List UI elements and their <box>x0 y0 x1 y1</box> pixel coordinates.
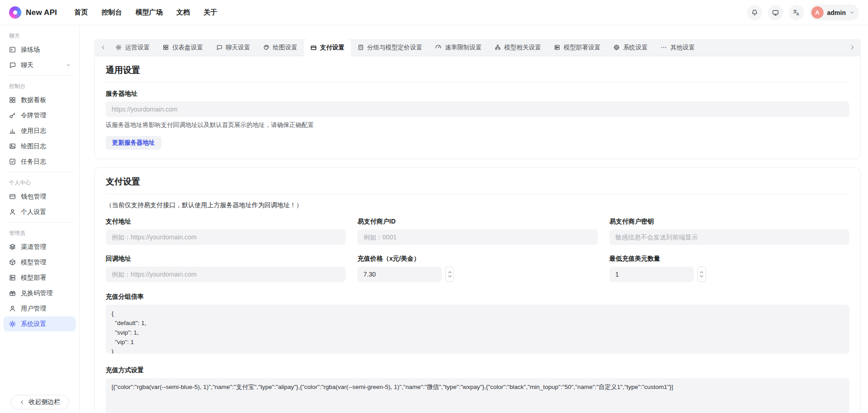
avatar: A <box>811 6 824 19</box>
gift-icon <box>9 289 16 297</box>
merchant-id-input[interactable] <box>357 229 597 245</box>
payment-note: （当前仅支持易支付接口，默认使用上方服务器地址作为回调地址！） <box>106 201 849 209</box>
sidebar-item-redemption[interactable]: 兑换码管理 <box>4 286 76 301</box>
credit-card-icon <box>310 44 317 51</box>
group-ratio-label: 充值分组倍率 <box>106 293 849 301</box>
image-icon <box>9 142 16 150</box>
tab-chat-settings[interactable]: 聊天设置 <box>210 39 257 56</box>
sitemap-icon <box>494 44 501 51</box>
nav-link-model-square[interactable]: 模型广场 <box>136 8 163 17</box>
sidebar-item-usage-logs[interactable]: 使用日志 <box>4 123 76 138</box>
min-topup-input[interactable] <box>610 267 694 282</box>
monitor-icon <box>772 9 779 16</box>
bell-icon <box>751 9 758 16</box>
tab-drawing-settings[interactable]: 绘图设置 <box>257 39 304 56</box>
sidebar-item-users[interactable]: 用户管理 <box>4 301 76 316</box>
min-topup-field: 最低充值美元数量 <box>610 255 849 282</box>
dashboard-grid-icon <box>9 96 16 104</box>
sidebar-item-system-settings[interactable]: 系统设置 <box>4 316 76 331</box>
translate-icon: 文 A <box>793 9 800 16</box>
nav-link-console[interactable]: 控制台 <box>102 8 122 17</box>
wallet-icon <box>9 193 16 200</box>
stepper-up-icon[interactable] <box>448 271 452 273</box>
tab-operation-settings[interactable]: 运营设置 <box>109 39 156 56</box>
topup-methods-label: 充值方式设置 <box>106 366 849 374</box>
merchant-key-field: 易支付商户密钥 <box>610 218 849 245</box>
gear-icon <box>115 44 122 51</box>
sidebar-item-playground[interactable]: 操练场 <box>4 42 76 57</box>
pay-address-input[interactable] <box>106 229 346 245</box>
update-server-address-button[interactable]: 更新服务器地址 <box>106 136 161 150</box>
ellipsis-icon <box>660 44 667 51</box>
sidebar-item-models[interactable]: 模型管理 <box>4 255 76 270</box>
chat-bubble-icon <box>216 44 223 51</box>
cube-icon <box>9 258 16 266</box>
nav-link-home[interactable]: 首页 <box>74 8 88 17</box>
general-settings-title: 通用设置 <box>106 64 849 76</box>
server-address-help: 该服务器地址将影响支付回调地址以及默认首页展示的地址，请确保正确配置 <box>106 121 849 129</box>
tab-system-settings[interactable]: 系统设置 <box>607 39 654 56</box>
sidebar-section-chat: 聊天 <box>4 28 76 42</box>
tab-model-deploy-settings[interactable]: 模型部署设置 <box>547 39 607 56</box>
nav-link-about[interactable]: 关于 <box>204 8 217 17</box>
dashboard-grid-icon <box>162 44 169 51</box>
language-translate-button[interactable]: 文 A <box>789 5 804 20</box>
payment-fields-grid: 支付地址 易支付商户ID 易支付商户密钥 回调地址 充值价格（x元/美金） <box>106 218 849 282</box>
server-address-input[interactable] <box>106 102 849 117</box>
tabs-scroll-left-button[interactable] <box>97 39 109 56</box>
stepper-down-icon[interactable] <box>448 275 452 277</box>
tab-dashboard-settings[interactable]: 仪表盘设置 <box>156 39 210 56</box>
cog-icon <box>613 44 620 51</box>
notifications-button[interactable] <box>747 5 762 20</box>
gauge-icon <box>435 44 442 51</box>
tab-payment-settings[interactable]: 支付设置 <box>304 39 351 56</box>
group-ratio-textarea[interactable]: { "default": 1, "svip": 1, "vip": 1 } <box>106 305 849 354</box>
min-topup-stepper <box>697 267 706 282</box>
collapse-sidebar-button[interactable]: 收起侧边栏 <box>10 395 69 409</box>
sidebar-item-task-logs[interactable]: 任务日志 <box>4 154 76 169</box>
tab-model-related-settings[interactable]: 模型相关设置 <box>488 39 547 56</box>
user-icon <box>9 208 16 216</box>
divider <box>106 194 849 194</box>
sidebar-item-wallet[interactable]: 钱包管理 <box>4 189 76 204</box>
pay-address-label: 支付地址 <box>106 218 346 226</box>
key-icon <box>9 112 16 119</box>
sidebar-item-drawing-logs[interactable]: 绘图日志 <box>4 139 76 154</box>
group-ratio-field: 充值分组倍率 { "default": 1, "svip": 1, "vip":… <box>106 293 849 355</box>
stepper-down-icon[interactable] <box>700 275 703 277</box>
tab-rate-limit-settings[interactable]: 速率限制设置 <box>429 39 488 56</box>
sidebar-section-console: 控制台 <box>4 78 76 92</box>
merchant-key-input[interactable] <box>610 229 849 245</box>
tab-other-settings[interactable]: 其他设置 <box>654 39 701 56</box>
user-icon <box>9 305 16 312</box>
top-navbar: New API 首页 控制台 模型广场 文档 关于 文 A A <box>0 0 868 25</box>
callback-address-input[interactable] <box>106 267 346 282</box>
sidebar-item-channels[interactable]: 渠道管理 <box>4 239 76 254</box>
main-content: 运营设置 仪表盘设置 聊天设置 绘图设置 支付设置 分组与模型定价设置 速率限制… <box>80 25 868 413</box>
chevron-down-icon <box>66 63 71 68</box>
sidebar-item-chat[interactable]: 聊天 <box>4 58 76 73</box>
topup-price-input[interactable] <box>357 267 442 282</box>
playground-icon <box>9 46 16 53</box>
calculator-icon <box>357 44 364 51</box>
topup-methods-field: 充值方式设置 [{"color":"rgba(var(--semi-blue-5… <box>106 366 849 413</box>
sidebar-divider <box>5 172 74 172</box>
pay-address-field: 支付地址 <box>106 218 346 245</box>
topup-methods-textarea[interactable]: [{"color":"rgba(var(--semi-blue-5), 1)",… <box>106 378 849 413</box>
tabs-scroll-right-button[interactable] <box>846 39 858 56</box>
sidebar-item-model-deploy[interactable]: 模型部署 <box>4 270 76 285</box>
sidebar: 聊天 操练场 聊天 控制台 数据看板 令牌管理 使用日志 绘图日志 任务日志 个… <box>0 25 80 413</box>
server-icon <box>554 44 561 51</box>
user-menu[interactable]: A admin <box>809 5 859 20</box>
tab-group-model-pricing-settings[interactable]: 分组与模型定价设置 <box>351 39 429 56</box>
sidebar-item-personal-settings[interactable]: 个人设置 <box>4 204 76 219</box>
app-title: New API <box>26 8 57 17</box>
topup-price-label: 充值价格（x元/美金） <box>357 255 597 263</box>
user-name: admin <box>827 9 846 16</box>
nav-link-docs[interactable]: 文档 <box>176 8 190 17</box>
sidebar-section-personal: 个人中心 <box>4 175 76 189</box>
theme-display-button[interactable] <box>768 5 783 20</box>
sidebar-item-dashboard[interactable]: 数据看板 <box>4 92 76 107</box>
stepper-up-icon[interactable] <box>700 271 703 273</box>
sidebar-item-tokens[interactable]: 令牌管理 <box>4 108 76 123</box>
